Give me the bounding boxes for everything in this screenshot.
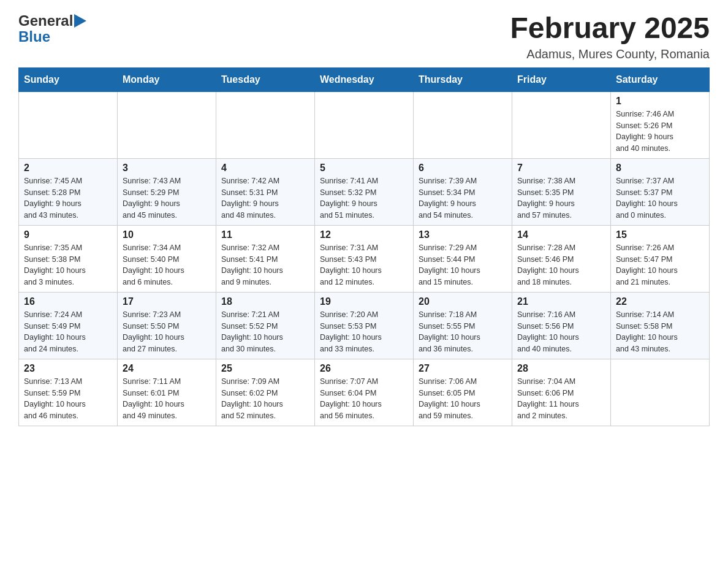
calendar-week-1: 1Sunrise: 7:46 AMSunset: 5:26 PMDaylight… bbox=[19, 91, 710, 158]
calendar-cell: 11Sunrise: 7:32 AMSunset: 5:41 PMDayligh… bbox=[216, 225, 315, 292]
day-info: Sunrise: 7:14 AMSunset: 5:58 PMDaylight:… bbox=[616, 309, 704, 355]
calendar-week-3: 9Sunrise: 7:35 AMSunset: 5:38 PMDaylight… bbox=[19, 225, 710, 292]
weekday-header-friday: Friday bbox=[512, 67, 611, 91]
weekday-header-monday: Monday bbox=[118, 67, 216, 91]
calendar-week-4: 16Sunrise: 7:24 AMSunset: 5:49 PMDayligh… bbox=[19, 292, 710, 359]
day-number: 9 bbox=[24, 229, 112, 240]
day-number: 28 bbox=[517, 363, 605, 374]
calendar-cell: 18Sunrise: 7:21 AMSunset: 5:52 PMDayligh… bbox=[216, 292, 315, 359]
day-info: Sunrise: 7:28 AMSunset: 5:46 PMDaylight:… bbox=[517, 242, 605, 288]
logo-blue-text: Blue bbox=[18, 28, 50, 45]
day-info: Sunrise: 7:06 AMSunset: 6:05 PMDaylight:… bbox=[419, 376, 507, 422]
day-number: 10 bbox=[123, 229, 211, 240]
day-number: 6 bbox=[419, 163, 507, 174]
calendar-week-5: 23Sunrise: 7:13 AMSunset: 5:59 PMDayligh… bbox=[19, 359, 710, 426]
calendar-cell: 9Sunrise: 7:35 AMSunset: 5:38 PMDaylight… bbox=[19, 225, 118, 292]
calendar-cell: 16Sunrise: 7:24 AMSunset: 5:49 PMDayligh… bbox=[19, 292, 118, 359]
calendar-title: February 2025 bbox=[510, 12, 710, 45]
weekday-header-tuesday: Tuesday bbox=[216, 67, 315, 91]
day-number: 1 bbox=[616, 96, 704, 107]
calendar-cell: 13Sunrise: 7:29 AMSunset: 5:44 PMDayligh… bbox=[414, 225, 512, 292]
day-info: Sunrise: 7:43 AMSunset: 5:29 PMDaylight:… bbox=[123, 175, 211, 221]
calendar-cell: 1Sunrise: 7:46 AMSunset: 5:26 PMDaylight… bbox=[611, 91, 710, 158]
day-number: 11 bbox=[221, 229, 309, 240]
weekday-header-thursday: Thursday bbox=[414, 67, 512, 91]
calendar-cell bbox=[118, 91, 216, 158]
day-number: 24 bbox=[123, 363, 211, 374]
logo-general-text: General bbox=[18, 12, 73, 29]
day-info: Sunrise: 7:41 AMSunset: 5:32 PMDaylight:… bbox=[320, 175, 408, 221]
weekday-header-wednesday: Wednesday bbox=[315, 67, 414, 91]
day-info: Sunrise: 7:42 AMSunset: 5:31 PMDaylight:… bbox=[221, 175, 309, 221]
day-info: Sunrise: 7:45 AMSunset: 5:28 PMDaylight:… bbox=[24, 175, 112, 221]
day-info: Sunrise: 7:31 AMSunset: 5:43 PMDaylight:… bbox=[320, 242, 408, 288]
day-number: 26 bbox=[320, 363, 408, 374]
calendar-subtitle: Adamus, Mures County, Romania bbox=[510, 47, 710, 61]
calendar-cell: 24Sunrise: 7:11 AMSunset: 6:01 PMDayligh… bbox=[118, 359, 216, 426]
day-number: 16 bbox=[24, 296, 112, 307]
day-number: 15 bbox=[616, 229, 704, 240]
day-info: Sunrise: 7:24 AMSunset: 5:49 PMDaylight:… bbox=[24, 309, 112, 355]
day-number: 22 bbox=[616, 296, 704, 307]
svg-marker-0 bbox=[74, 14, 86, 28]
day-info: Sunrise: 7:09 AMSunset: 6:02 PMDaylight:… bbox=[221, 376, 309, 422]
calendar-cell: 8Sunrise: 7:37 AMSunset: 5:37 PMDaylight… bbox=[611, 158, 710, 225]
calendar-header-row: SundayMondayTuesdayWednesdayThursdayFrid… bbox=[19, 67, 710, 91]
calendar-cell: 14Sunrise: 7:28 AMSunset: 5:46 PMDayligh… bbox=[512, 225, 611, 292]
calendar-cell: 22Sunrise: 7:14 AMSunset: 5:58 PMDayligh… bbox=[611, 292, 710, 359]
calendar-cell bbox=[19, 91, 118, 158]
calendar-cell: 27Sunrise: 7:06 AMSunset: 6:05 PMDayligh… bbox=[414, 359, 512, 426]
calendar-cell: 3Sunrise: 7:43 AMSunset: 5:29 PMDaylight… bbox=[118, 158, 216, 225]
calendar-cell: 21Sunrise: 7:16 AMSunset: 5:56 PMDayligh… bbox=[512, 292, 611, 359]
calendar-table: SundayMondayTuesdayWednesdayThursdayFrid… bbox=[18, 67, 710, 426]
logo-triangle-icon bbox=[74, 14, 86, 28]
day-info: Sunrise: 7:21 AMSunset: 5:52 PMDaylight:… bbox=[221, 309, 309, 355]
calendar-cell: 17Sunrise: 7:23 AMSunset: 5:50 PMDayligh… bbox=[118, 292, 216, 359]
day-number: 18 bbox=[221, 296, 309, 307]
calendar-cell: 20Sunrise: 7:18 AMSunset: 5:55 PMDayligh… bbox=[414, 292, 512, 359]
calendar-cell: 19Sunrise: 7:20 AMSunset: 5:53 PMDayligh… bbox=[315, 292, 414, 359]
day-number: 7 bbox=[517, 163, 605, 174]
calendar-cell: 15Sunrise: 7:26 AMSunset: 5:47 PMDayligh… bbox=[611, 225, 710, 292]
day-number: 27 bbox=[419, 363, 507, 374]
calendar-cell: 7Sunrise: 7:38 AMSunset: 5:35 PMDaylight… bbox=[512, 158, 611, 225]
day-info: Sunrise: 7:39 AMSunset: 5:34 PMDaylight:… bbox=[419, 175, 507, 221]
calendar-cell: 2Sunrise: 7:45 AMSunset: 5:28 PMDaylight… bbox=[19, 158, 118, 225]
day-number: 12 bbox=[320, 229, 408, 240]
logo: General Blue bbox=[18, 12, 86, 45]
day-number: 23 bbox=[24, 363, 112, 374]
day-number: 13 bbox=[419, 229, 507, 240]
title-block: February 2025 Adamus, Mures County, Roma… bbox=[510, 12, 710, 61]
calendar-cell bbox=[611, 359, 710, 426]
day-info: Sunrise: 7:38 AMSunset: 5:35 PMDaylight:… bbox=[517, 175, 605, 221]
day-number: 19 bbox=[320, 296, 408, 307]
day-info: Sunrise: 7:29 AMSunset: 5:44 PMDaylight:… bbox=[419, 242, 507, 288]
calendar-cell: 26Sunrise: 7:07 AMSunset: 6:04 PMDayligh… bbox=[315, 359, 414, 426]
day-info: Sunrise: 7:11 AMSunset: 6:01 PMDaylight:… bbox=[123, 376, 211, 422]
calendar-cell bbox=[315, 91, 414, 158]
calendar-cell bbox=[216, 91, 315, 158]
day-info: Sunrise: 7:07 AMSunset: 6:04 PMDaylight:… bbox=[320, 376, 408, 422]
calendar-cell: 23Sunrise: 7:13 AMSunset: 5:59 PMDayligh… bbox=[19, 359, 118, 426]
day-number: 14 bbox=[517, 229, 605, 240]
day-number: 3 bbox=[123, 163, 211, 174]
day-number: 8 bbox=[616, 163, 704, 174]
day-info: Sunrise: 7:37 AMSunset: 5:37 PMDaylight:… bbox=[616, 175, 704, 221]
weekday-header-saturday: Saturday bbox=[611, 67, 710, 91]
day-info: Sunrise: 7:35 AMSunset: 5:38 PMDaylight:… bbox=[24, 242, 112, 288]
page-header: General Blue February 2025 Adamus, Mures… bbox=[18, 12, 710, 61]
calendar-cell: 12Sunrise: 7:31 AMSunset: 5:43 PMDayligh… bbox=[315, 225, 414, 292]
day-info: Sunrise: 7:46 AMSunset: 5:26 PMDaylight:… bbox=[616, 109, 704, 155]
day-number: 2 bbox=[24, 163, 112, 174]
day-info: Sunrise: 7:34 AMSunset: 5:40 PMDaylight:… bbox=[123, 242, 211, 288]
day-number: 5 bbox=[320, 163, 408, 174]
day-number: 20 bbox=[419, 296, 507, 307]
calendar-cell bbox=[512, 91, 611, 158]
day-info: Sunrise: 7:18 AMSunset: 5:55 PMDaylight:… bbox=[419, 309, 507, 355]
day-info: Sunrise: 7:16 AMSunset: 5:56 PMDaylight:… bbox=[517, 309, 605, 355]
day-info: Sunrise: 7:13 AMSunset: 5:59 PMDaylight:… bbox=[24, 376, 112, 422]
day-info: Sunrise: 7:32 AMSunset: 5:41 PMDaylight:… bbox=[221, 242, 309, 288]
day-info: Sunrise: 7:26 AMSunset: 5:47 PMDaylight:… bbox=[616, 242, 704, 288]
calendar-cell: 25Sunrise: 7:09 AMSunset: 6:02 PMDayligh… bbox=[216, 359, 315, 426]
day-number: 4 bbox=[221, 163, 309, 174]
